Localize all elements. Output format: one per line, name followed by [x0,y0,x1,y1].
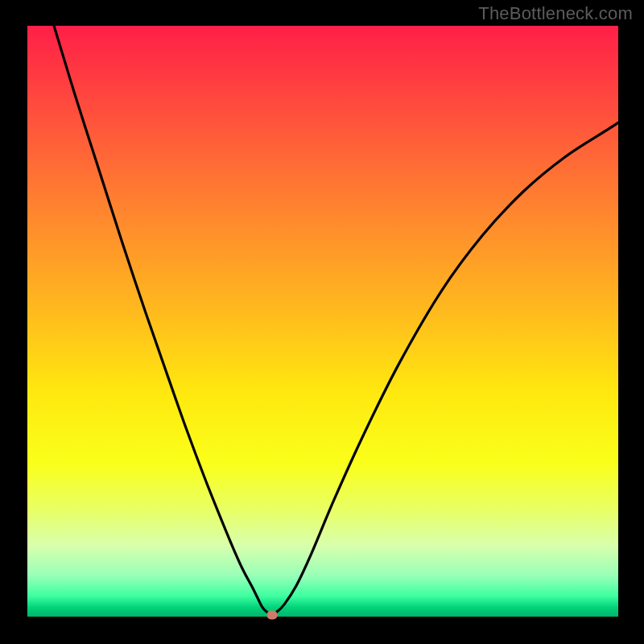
bottleneck-curve [54,26,618,614]
optimal-point-marker [266,610,277,619]
chart-container: TheBottleneck.com [0,0,644,644]
plot-svg [27,26,618,617]
watermark-label: TheBottleneck.com [478,3,633,24]
